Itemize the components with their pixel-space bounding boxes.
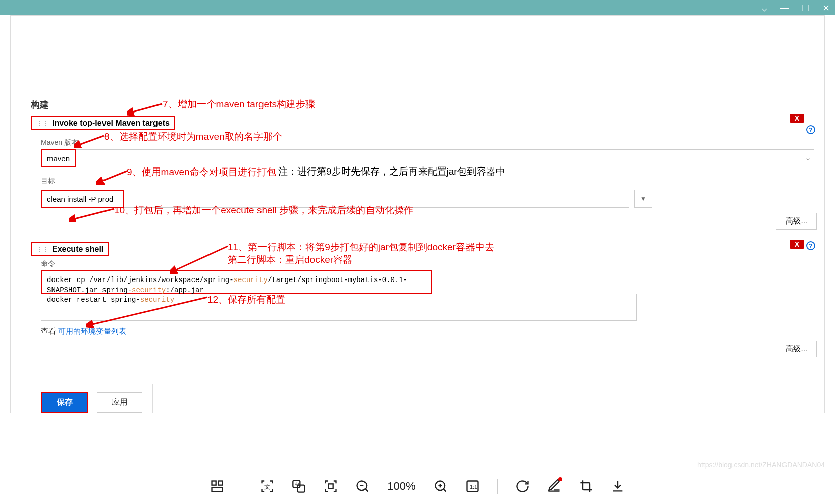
maven-advanced-button[interactable]: 高级... — [776, 213, 817, 230]
svg-line-18 — [443, 489, 446, 492]
grid-view-icon[interactable] — [210, 479, 224, 493]
delete-maven-step-button[interactable]: X — [790, 114, 804, 123]
shell-command-textarea[interactable]: docker cp /var/lib/jenkins/workspace/spr… — [41, 270, 432, 294]
help-icon[interactable]: ? — [806, 125, 815, 134]
zoom-out-icon[interactable] — [355, 479, 370, 493]
maven-version-select[interactable]: maven — [41, 149, 76, 167]
shell-step-title: Execute shell — [52, 245, 103, 254]
svg-line-15 — [366, 489, 368, 492]
annotation-10: 10、打包后，再增加一个execute shell 步骤，来完成后续的自动化操作 — [114, 204, 413, 217]
divider — [242, 479, 242, 494]
svg-text:文: 文 — [265, 483, 271, 490]
delete-shell-step-button[interactable]: X — [790, 240, 804, 249]
translate-icon[interactable]: 中 — [292, 479, 306, 493]
annotation-9: 9、使用maven命令对项目进行打包 — [127, 165, 276, 179]
svg-text:中: 中 — [295, 482, 299, 487]
download-icon[interactable] — [611, 479, 625, 493]
close-icon[interactable]: ✕ — [822, 3, 830, 14]
dropdown-icon[interactable]: ⌵ — [762, 3, 767, 14]
goals-input[interactable]: clean install -P prod — [41, 190, 124, 208]
env-vars-link-row: 查看 可用的环境变量列表 — [41, 327, 824, 337]
rotate-icon[interactable] — [515, 479, 530, 493]
maven-build-step-header: ⋮⋮ Invoke top-level Maven targets — [31, 116, 175, 130]
divider — [497, 479, 498, 494]
command-label: 命令 — [41, 259, 824, 268]
fit-screen-icon[interactable] — [324, 479, 338, 493]
svg-rect-6 — [212, 481, 216, 485]
annotation-12: 12、保存所有配置 — [207, 293, 285, 306]
expand-button[interactable]: ▼ — [634, 190, 652, 208]
zoom-in-icon[interactable] — [434, 479, 448, 493]
save-button[interactable]: 保存 — [41, 392, 88, 413]
svg-rect-8 — [212, 487, 223, 491]
viewer-toolbar: 文 中 100% 1:1 — [0, 469, 835, 504]
annotation-8: 8、选择配置环境时为maven取的名字那个 — [104, 130, 282, 143]
notification-dot-icon — [558, 477, 562, 481]
drag-handle-icon[interactable]: ⋮⋮ — [36, 245, 48, 253]
crop-icon[interactable] — [579, 479, 593, 493]
button-row: 保存 应用 — [31, 384, 153, 413]
env-vars-link[interactable]: 可用的环境变量列表 — [58, 327, 126, 335]
svg-rect-7 — [219, 481, 223, 485]
ocr-icon[interactable]: 文 — [260, 479, 274, 493]
shell-build-step-header: ⋮⋮ Execute shell — [31, 242, 109, 256]
annotation-9-note: 注：进行第9步时先保存，之后再来配置jar包到容器中 — [278, 165, 505, 178]
annotation-7: 7、增加一个maven targets构建步骤 — [163, 98, 315, 111]
drag-handle-icon[interactable]: ⋮⋮ — [36, 119, 48, 127]
maximize-icon[interactable]: ☐ — [802, 3, 810, 14]
window-content: 构建 7、增加一个maven targets构建步骤 ⋮⋮ Invoke top… — [10, 15, 825, 413]
shell-advanced-button[interactable]: 高级... — [776, 341, 817, 357]
annotation-11-line2: 第二行脚本：重启docker容器 — [228, 253, 352, 266]
svg-text:1:1: 1:1 — [469, 484, 477, 490]
apply-button[interactable]: 应用 — [97, 392, 142, 413]
actual-size-icon[interactable]: 1:1 — [465, 479, 480, 493]
chevron-down-icon[interactable]: ⌵ — [806, 155, 810, 162]
annotation-11-line1: 11、第一行脚本：将第9步打包好的jar包复制到docker容器中去 — [228, 241, 494, 254]
watermark: https://blog.csdn.net/ZHANGDANDAN04 — [697, 461, 825, 469]
minimize-icon[interactable]: — — [780, 3, 789, 14]
section-title: 构建 — [31, 99, 824, 111]
svg-rect-13 — [329, 484, 333, 488]
titlebar: ⌵ — ☐ ✕ — [0, 0, 835, 15]
zoom-level: 100% — [387, 480, 415, 493]
maven-step-title: Invoke top-level Maven targets — [52, 119, 170, 128]
help-icon[interactable]: ? — [806, 241, 815, 250]
